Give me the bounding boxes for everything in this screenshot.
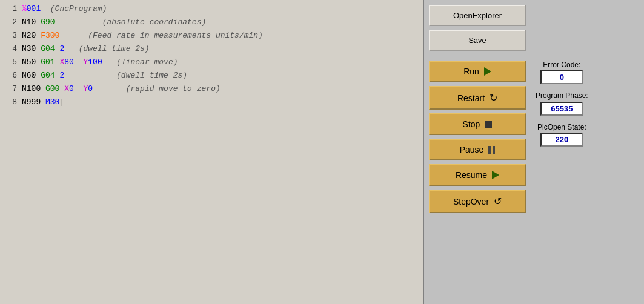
line-number: 8: [2, 96, 17, 109]
code-token: F300: [41, 31, 59, 40]
line-number: 1: [2, 2, 17, 16]
code-content[interactable]: N60 G04 2 (dwell time 2s): [22, 69, 187, 82]
program-phase-label: Program Phase:: [536, 91, 588, 100]
code-token: G04: [41, 71, 55, 80]
code-token: [74, 58, 84, 67]
restart-label: Restart: [457, 93, 485, 103]
code-token: 80: [64, 58, 74, 67]
code-token: N10: [22, 18, 41, 27]
code-token: (CncProgram): [41, 4, 107, 13]
run-button[interactable]: Run: [429, 61, 526, 82]
program-phase-value: 65535: [540, 102, 583, 116]
code-line: 2N10 G90 (absolute coordinates): [0, 16, 423, 29]
code-token: N50: [22, 58, 41, 67]
stop-label: Stop: [463, 119, 480, 129]
run-label: Run: [463, 67, 479, 76]
code-token: N60: [22, 71, 41, 80]
stepover-button[interactable]: StepOver ↺: [429, 190, 526, 213]
code-token: N20: [22, 31, 41, 40]
code-content[interactable]: N20 F300 (Feed rate in measurements unit…: [22, 29, 263, 42]
code-token: 0: [69, 84, 74, 93]
stepover-label: StepOver: [453, 197, 489, 207]
code-token: N100: [22, 84, 45, 93]
code-line: 1%001 (CncProgram): [0, 2, 423, 16]
code-token: N999: [22, 97, 45, 107]
stepover-icon: ↺: [494, 196, 502, 207]
plcopen-state-value: 220: [540, 133, 583, 147]
right-info: Error Code: 0 Program Phase: 65535 PlcOp…: [536, 61, 588, 147]
code-token: %: [22, 4, 27, 13]
plcopen-state-label: PlcOpen State:: [537, 123, 586, 131]
play-icon: [484, 67, 491, 76]
restart-icon: ↻: [490, 92, 497, 104]
stop-button[interactable]: Stop: [429, 113, 526, 135]
error-code-box: Error Code: 0: [536, 61, 588, 84]
code-token: (rapid move to zero): [93, 84, 221, 93]
code-line: 3N20 F300 (Feed rate in measurements uni…: [0, 29, 423, 42]
code-token: 100: [88, 58, 102, 67]
resume-play-icon: [492, 171, 499, 179]
code-content[interactable]: N999 M30|: [22, 96, 64, 109]
code-content[interactable]: N100 G00 X0 Y0 (rapid move to zero): [22, 82, 221, 96]
code-token: G04: [41, 44, 55, 53]
resume-button[interactable]: Resume: [429, 164, 526, 186]
resume-label: Resume: [456, 170, 487, 180]
error-code-label: Error Code:: [543, 61, 580, 69]
code-content[interactable]: %001 (CncProgram): [22, 2, 107, 16]
line-number: 5: [2, 56, 17, 69]
code-token: G00: [45, 84, 59, 93]
code-content[interactable]: N10 G90 (absolute coordinates): [22, 16, 206, 29]
pause-icon: [488, 146, 495, 154]
line-number: 7: [2, 82, 17, 96]
code-token: (Feed rate in measurements units/min): [59, 31, 262, 40]
code-token: (absolute coordinates): [55, 18, 207, 27]
code-line: 4N30 G04 2 (dwell time 2s): [0, 42, 423, 56]
code-token: (dwell time 2s): [64, 44, 149, 53]
code-token: 0: [88, 84, 93, 93]
code-token: G01: [41, 58, 55, 67]
error-code-value: 0: [540, 70, 583, 84]
save-button[interactable]: Save: [429, 30, 526, 51]
code-content[interactable]: N50 G01 X80 Y100 (linear move): [22, 56, 178, 69]
left-controls: Run Restart ↻ Stop Pause Resume: [429, 61, 526, 213]
code-content[interactable]: N30 G04 2 (dwell time 2s): [22, 42, 150, 56]
code-token: N30: [22, 44, 41, 53]
code-token: |: [59, 97, 64, 107]
top-buttons-group: OpenExplorer Save: [429, 5, 639, 51]
line-number: 2: [2, 16, 17, 29]
code-line: 8N999 M30|: [0, 96, 423, 109]
program-phase-box: Program Phase: 65535: [536, 91, 588, 115]
code-token: G90: [41, 18, 55, 27]
controls-row: Run Restart ↻ Stop Pause Resume: [429, 61, 639, 213]
code-line: 7N100 G00 X0 Y0 (rapid move to zero): [0, 82, 423, 96]
code-token: X: [64, 84, 69, 93]
line-number: 3: [2, 29, 17, 42]
code-token: [74, 84, 84, 93]
code-token: (dwell time 2s): [64, 71, 187, 80]
code-token: (linear move): [102, 58, 178, 67]
pause-label: Pause: [460, 145, 484, 154]
restart-button[interactable]: Restart ↻: [429, 86, 526, 110]
stop-icon: [485, 121, 492, 128]
pause-button[interactable]: Pause: [429, 139, 526, 160]
code-line: 6N60 G04 2 (dwell time 2s): [0, 69, 423, 82]
code-line: 5N50 G01 X80 Y100 (linear move): [0, 56, 423, 69]
code-token: M30: [45, 97, 59, 107]
code-panel: 1%001 (CncProgram)2N10 G90 (absolute coo…: [0, 0, 424, 304]
line-number: 6: [2, 69, 17, 82]
right-panel: OpenExplorer Save Run Restart ↻ Stop Pau…: [424, 0, 644, 304]
open-explorer-button[interactable]: OpenExplorer: [429, 5, 526, 26]
plcopen-state-box: PlcOpen State: 220: [536, 123, 588, 147]
line-number: 4: [2, 42, 17, 56]
code-token: 001: [27, 4, 41, 13]
